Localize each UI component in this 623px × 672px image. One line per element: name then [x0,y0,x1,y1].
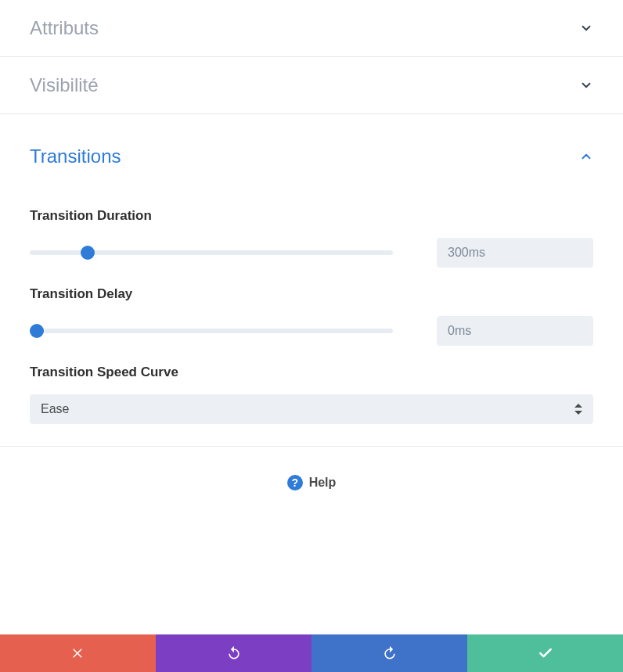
footer-actions [0,634,623,672]
help-link[interactable]: ? Help [0,447,623,519]
transition-duration-slider[interactable] [30,246,393,259]
section-title: Attributs [30,17,99,39]
field-label: Transition Speed Curve [30,365,593,380]
chevron-down-icon [579,78,593,92]
section-title: Transitions [30,146,121,167]
help-label: Help [309,476,337,490]
sections: Attributs Visibilité Transitions Transit… [0,0,623,519]
section-header-attributs[interactable]: Attributs [0,0,623,57]
input-value: 0ms [448,324,471,338]
close-icon [71,646,85,660]
redo-button[interactable] [312,634,467,672]
undo-button[interactable] [156,634,312,672]
settings-panel: Attributs Visibilité Transitions Transit… [0,0,623,672]
field-label: Transition Delay [30,286,593,302]
redo-icon [382,645,398,661]
chevron-down-icon [579,21,593,35]
save-button[interactable] [467,634,623,672]
field-transition-speed-curve: Transition Speed Curve Ease [30,365,593,424]
input-value: 300ms [448,246,485,260]
spacer [0,519,623,634]
transition-delay-slider[interactable] [30,325,393,337]
transition-speed-curve-select[interactable]: Ease [30,394,593,424]
transition-delay-input[interactable]: 0ms [437,316,593,346]
field-label: Transition Duration [30,208,593,224]
question-icon: ? [287,475,303,491]
slider-track [30,329,393,333]
select-value: Ease [41,402,69,416]
slider-thumb[interactable] [81,246,95,260]
slider-thumb[interactable] [30,324,44,338]
chevron-up-icon [579,149,593,164]
transition-duration-input[interactable]: 300ms [437,238,593,268]
section-header-transitions[interactable]: Transitions [0,114,623,185]
slider-row: 300ms [30,238,593,268]
slider-row: 0ms [30,316,593,346]
undo-icon [226,645,242,661]
section-title: Visibilité [30,74,99,96]
section-header-visibilite[interactable]: Visibilité [0,57,623,114]
section-body-transitions: Transition Duration 300ms Transition Del… [0,185,623,447]
check-icon [538,645,553,661]
field-transition-duration: Transition Duration 300ms [30,208,593,268]
select-caret-icon [574,404,582,415]
cancel-button[interactable] [0,634,156,672]
field-transition-delay: Transition Delay 0ms [30,286,593,346]
